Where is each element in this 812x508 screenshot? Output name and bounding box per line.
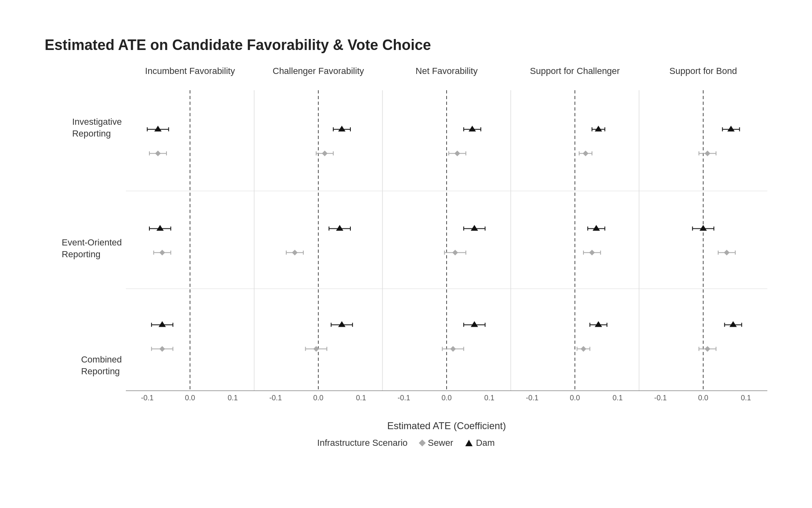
- chart-title: Estimated ATE on Candidate Favorability …: [45, 37, 767, 54]
- svg-marker-37: [322, 150, 328, 156]
- svg-marker-62: [469, 126, 476, 131]
- svg-marker-124: [705, 150, 710, 156]
- x-tick-2-2: 0.1: [484, 394, 495, 402]
- svg-marker-8: [155, 150, 161, 156]
- x-tick-1-0: -0.1: [269, 394, 282, 402]
- x-tick-2-1: 0.0: [441, 394, 451, 402]
- svg-marker-82: [450, 346, 456, 352]
- x-tick-4-1: 0.0: [698, 394, 708, 402]
- svg-marker-95: [583, 150, 588, 156]
- legend-sewer-item: Sewer: [420, 438, 453, 448]
- x-tick-3-2: 0.1: [613, 394, 623, 402]
- svg-marker-111: [581, 346, 586, 352]
- svg-marker-4: [154, 126, 162, 131]
- svg-marker-16: [160, 250, 165, 256]
- row-label-0: InvestigativeReporting: [72, 116, 122, 139]
- x-tick-1-1: 0.0: [313, 394, 323, 402]
- col-header-2: Net Favorability: [382, 66, 511, 90]
- svg-marker-128: [700, 225, 707, 230]
- x-tick-0-2: 0.1: [228, 394, 238, 402]
- chart-svg: [126, 90, 767, 391]
- x-tick-3-1: 0.0: [570, 394, 580, 402]
- svg-marker-107: [595, 321, 602, 327]
- x-panel-4: -0.10.00.1: [639, 392, 767, 416]
- svg-marker-12: [156, 225, 164, 230]
- row-label-2: CombinedReporting: [81, 354, 122, 377]
- x-tick-4-2: 0.1: [741, 394, 751, 402]
- col-header-1: Challenger Favorability: [254, 66, 382, 90]
- svg-marker-78: [471, 321, 478, 327]
- svg-marker-24: [160, 346, 165, 352]
- col-header-3: Support for Challenger: [511, 66, 639, 90]
- dam-icon: [465, 440, 473, 446]
- svg-marker-33: [338, 126, 346, 131]
- svg-marker-66: [454, 150, 460, 156]
- x-panel-2: -0.10.00.1: [382, 392, 511, 416]
- svg-marker-41: [336, 225, 343, 230]
- x-axis: -0.10.00.1-0.10.00.1-0.10.00.1-0.10.00.1…: [126, 392, 767, 416]
- svg-marker-103: [589, 250, 595, 256]
- svg-marker-132: [724, 250, 730, 256]
- svg-marker-120: [727, 126, 734, 131]
- svg-marker-140: [705, 346, 710, 352]
- panels-area: Incumbent FavorabilityChallenger Favorab…: [126, 66, 767, 432]
- x-tick-4-0: -0.1: [654, 394, 667, 402]
- chart-area: InvestigativeReportingEvent-OrientedRepo…: [45, 66, 767, 432]
- x-axis-title: Estimated ATE (Coefficient): [126, 420, 767, 432]
- x-tick-0-1: 0.0: [185, 394, 195, 402]
- col-headers: Incumbent FavorabilityChallenger Favorab…: [126, 66, 767, 90]
- col-header-4: Support for Bond: [639, 66, 767, 90]
- legend-dam-item: Dam: [465, 438, 495, 448]
- svg-marker-74: [452, 250, 458, 256]
- row-label-1: Event-OrientedReporting: [62, 237, 122, 260]
- legend: Infrastructure Scenario Sewer Dam: [45, 438, 767, 448]
- x-tick-2-0: -0.1: [397, 394, 410, 402]
- col-header-0: Incumbent Favorability: [126, 66, 254, 90]
- x-panel-3: -0.10.00.1: [511, 392, 639, 416]
- legend-title: Infrastructure Scenario: [317, 438, 408, 448]
- svg-marker-49: [338, 321, 346, 327]
- legend-sewer-label: Sewer: [428, 438, 453, 448]
- row-labels: InvestigativeReportingEvent-OrientedRepo…: [45, 66, 126, 432]
- svg-marker-99: [593, 225, 600, 230]
- x-panel-1: -0.10.00.1: [254, 392, 382, 416]
- x-tick-1-2: 0.1: [356, 394, 366, 402]
- legend-dam-label: Dam: [476, 438, 495, 448]
- svg-marker-136: [730, 321, 737, 327]
- svg-marker-20: [159, 321, 166, 327]
- x-panel-0: -0.10.00.1: [126, 392, 254, 416]
- sewer-icon: [419, 440, 425, 447]
- svg-marker-70: [471, 225, 478, 230]
- x-tick-0-0: -0.1: [141, 394, 153, 402]
- chart-container: Estimated ATE on Candidate Favorability …: [20, 20, 792, 488]
- x-tick-3-0: -0.1: [526, 394, 538, 402]
- plot-region: [126, 90, 767, 391]
- svg-marker-91: [595, 126, 602, 131]
- svg-marker-45: [292, 250, 298, 256]
